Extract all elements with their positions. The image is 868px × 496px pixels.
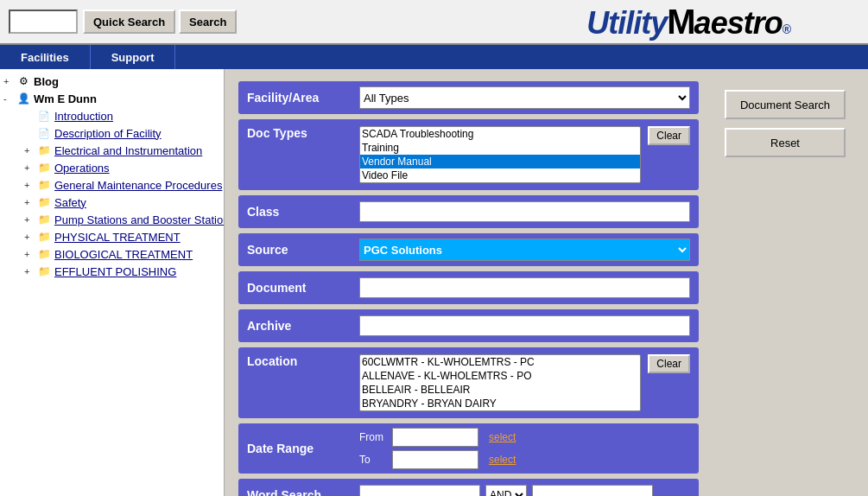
sidebar-item-maintenance[interactable]: + 📁 General Maintenance Procedures xyxy=(0,176,224,194)
search-input[interactable] xyxy=(9,10,78,34)
location-label: Location xyxy=(247,354,359,368)
sidebar-item-effluent[interactable]: + 📁 EFFLUENT POLISHING xyxy=(0,263,224,280)
word-input-2[interactable] xyxy=(532,485,653,496)
content: Facility/Area All Types Doc Types SCADA … xyxy=(225,69,868,496)
tree-toggle-blog[interactable]: + xyxy=(3,76,16,86)
facility-row: Facility/Area All Types xyxy=(238,81,699,114)
document-row: Document xyxy=(238,271,699,304)
folder-icon-pump: 📁 xyxy=(36,213,52,226)
clear-location-button[interactable]: Clear xyxy=(648,354,690,373)
person-icon: 👤 xyxy=(16,92,31,105)
tab-support[interactable]: Support xyxy=(91,45,176,69)
sidebar-label-physical: PHYSICAL TREATMENT xyxy=(54,231,181,244)
location-opt-4[interactable]: BRYANDRY - BRYAN DAIRY xyxy=(360,397,640,410)
tree-toggle-physical[interactable]: + xyxy=(24,232,36,242)
sidebar-item-safety[interactable]: + 📁 Safety xyxy=(0,194,224,211)
quick-search-button[interactable]: Quick Search xyxy=(83,10,175,34)
wordsearch-row: Word Search AND OR NOT xyxy=(238,479,699,496)
location-listbox[interactable]: 60CLWMTR - KL-WHOLEMTRS - PC ALLENAVE - … xyxy=(359,354,641,411)
tree-toggle-wmedunn[interactable]: - xyxy=(3,93,16,104)
doctype-option-video[interactable]: Video File xyxy=(360,169,640,182)
sidebar-label-operations: Operations xyxy=(54,162,110,175)
sidebar-item-operations[interactable]: + 📁 Operations xyxy=(0,159,224,176)
date-from-row: From select xyxy=(359,428,690,447)
doctype-label: Doc Types xyxy=(247,126,359,140)
word-input-1[interactable] xyxy=(359,485,480,496)
sidebar-item-wmedunn[interactable]: - 👤 Wm E Dunn xyxy=(0,90,224,107)
doctype-row: Doc Types SCADA Troubleshooting Training… xyxy=(238,119,699,190)
tree-toggle-safety[interactable]: + xyxy=(24,197,36,207)
sidebar-item-description[interactable]: 📄 Description of Facility xyxy=(0,124,224,142)
gear-icon: ⚙ xyxy=(16,74,31,88)
daterange-row: Date Range From select To select xyxy=(238,423,699,474)
sidebar-item-electrical[interactable]: + 📁 Electrical and Instrumentation xyxy=(0,142,224,159)
date-to-row: To select xyxy=(359,450,690,469)
doctype-option-vendor[interactable]: Vendor Manual xyxy=(360,155,640,169)
doctype-option-training[interactable]: Training xyxy=(360,141,640,155)
class-row: Class xyxy=(238,195,699,228)
archive-control xyxy=(359,315,690,336)
class-control xyxy=(359,201,690,222)
document-label: Document xyxy=(247,281,359,295)
doctype-listbox[interactable]: SCADA Troubleshooting Training Vendor Ma… xyxy=(359,126,641,183)
folder-icon-effluent: 📁 xyxy=(36,264,52,278)
sidebar-label-electrical: Electrical and Instrumentation xyxy=(54,144,202,157)
document-input[interactable] xyxy=(359,277,690,298)
doctype-option-scada[interactable]: SCADA Troubleshooting xyxy=(360,127,640,141)
sidebar-item-biological[interactable]: + 📁 BIOLOGICAL TREATMENT xyxy=(0,245,224,263)
folder-icon-maintenance: 📁 xyxy=(36,178,52,192)
tree-toggle-pump[interactable]: + xyxy=(24,214,36,225)
class-input[interactable] xyxy=(359,201,690,222)
clear-doctype-button[interactable]: Clear xyxy=(648,126,690,145)
logo-icon: ® xyxy=(782,22,790,36)
sidebar-label-blog: Blog xyxy=(34,75,59,88)
folder-icon-biological: 📁 xyxy=(36,247,52,261)
tree-toggle-elec[interactable]: + xyxy=(24,145,36,156)
tree-toggle-ops[interactable]: + xyxy=(24,162,36,173)
facility-select[interactable]: All Types xyxy=(359,86,690,109)
location-opt-3[interactable]: BELLEAIR - BELLEAIR xyxy=(360,383,640,397)
to-input[interactable] xyxy=(392,450,478,469)
source-select[interactable]: PGC Solutions xyxy=(359,238,690,261)
wordsearch-label: Word Search xyxy=(247,488,359,496)
daterange-control: From select To select xyxy=(359,428,690,469)
tab-facilities[interactable]: Facilities xyxy=(0,45,91,69)
location-opt-2[interactable]: ALLENAVE - KL-WHOLEMTRS - PO xyxy=(360,369,640,383)
nav-tabs: Facilities Support xyxy=(0,45,868,69)
archive-row: Archive xyxy=(238,309,699,342)
tree-toggle-desc xyxy=(24,128,36,138)
location-row: Location 60CLWMTR - KL-WHOLEMTRS - PC AL… xyxy=(238,347,699,418)
sidebar-label-wmedunn: Wm E Dunn xyxy=(34,92,97,105)
sidebar-item-blog[interactable]: + ⚙ Blog xyxy=(0,73,224,90)
reset-button[interactable]: Reset xyxy=(725,128,846,157)
archive-input[interactable] xyxy=(359,315,690,336)
word-operator-select[interactable]: AND OR NOT xyxy=(485,485,527,496)
location-opt-1[interactable]: 60CLWMTR - KL-WHOLEMTRS - PC xyxy=(360,355,640,369)
from-label: From xyxy=(359,431,385,443)
folder-icon-electrical: 📁 xyxy=(36,143,52,157)
logo-m: M xyxy=(667,3,694,41)
main: + ⚙ Blog - 👤 Wm E Dunn 📄 Introduction 📄 … xyxy=(0,69,868,496)
source-control: PGC Solutions xyxy=(359,238,690,261)
select-from-link[interactable]: select xyxy=(489,431,516,443)
tree-toggle-maint[interactable]: + xyxy=(24,180,36,190)
logo-utility: Utility xyxy=(586,5,667,41)
header: Quick Search Search UtilityMaestro® xyxy=(0,0,868,45)
daterange-label: Date Range xyxy=(247,442,359,455)
sidebar-item-introduction[interactable]: 📄 Introduction xyxy=(0,107,224,124)
right-panel: Document Search Reset xyxy=(716,81,854,484)
sidebar-item-physical[interactable]: + 📁 PHYSICAL TREATMENT xyxy=(0,228,224,245)
tree-toggle-effluent[interactable]: + xyxy=(24,266,36,277)
document-search-button[interactable]: Document Search xyxy=(725,90,846,119)
from-input[interactable] xyxy=(392,428,478,447)
wordsearch-control: AND OR NOT xyxy=(359,485,690,496)
logo-aestro: aestro xyxy=(694,5,782,41)
facility-control: All Types xyxy=(359,86,690,109)
select-to-link[interactable]: select xyxy=(489,454,516,466)
sidebar-label-maintenance: General Maintenance Procedures xyxy=(54,179,222,192)
sidebar-item-pump[interactable]: + 📁 Pump Stations and Booster Stations xyxy=(0,211,224,228)
location-control: 60CLWMTR - KL-WHOLEMTRS - PC ALLENAVE - … xyxy=(359,354,641,411)
search-button[interactable]: Search xyxy=(179,10,237,34)
tree-toggle-biological[interactable]: + xyxy=(24,249,36,259)
sidebar-label-biological: BIOLOGICAL TREATMENT xyxy=(54,248,193,261)
